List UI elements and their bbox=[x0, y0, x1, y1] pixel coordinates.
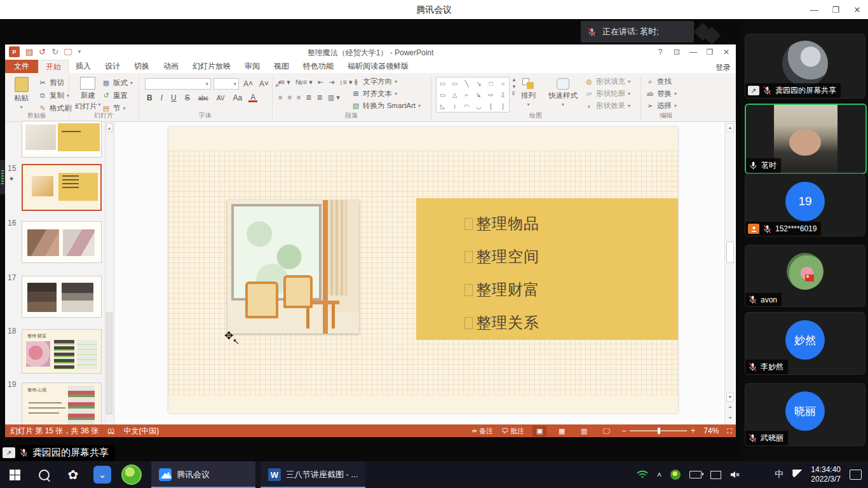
shape-effects-button[interactable]: ◗形状效果▾ bbox=[585, 101, 630, 111]
minimize-button[interactable]: — bbox=[803, 0, 825, 19]
new-slide-button[interactable]: 新建 幻灯片▾ bbox=[75, 77, 101, 111]
reading-view-icon[interactable]: ▥ bbox=[577, 426, 591, 437]
antivirus-tray-icon[interactable] bbox=[670, 470, 681, 480]
shape-fill-button[interactable]: ◍形状填充▾ bbox=[585, 77, 630, 86]
ribbon-display-options-icon[interactable]: ⊡ bbox=[668, 48, 685, 57]
change-case-icon[interactable]: Aa bbox=[231, 93, 244, 102]
tab-review[interactable]: 审阅 bbox=[238, 60, 267, 73]
font-color-icon[interactable]: A bbox=[248, 94, 257, 102]
search-icon[interactable] bbox=[29, 461, 58, 488]
strikethrough-button[interactable]: S bbox=[183, 93, 192, 102]
previous-slide-icon[interactable]: ⏶ bbox=[726, 403, 734, 412]
cut-button[interactable]: ✂剪切 bbox=[38, 78, 72, 88]
tab-file[interactable]: 文件 bbox=[5, 60, 38, 73]
shapes-gallery[interactable]: ▭▭╲↘□○ ▭△⌐↳⇨⇩ ◺≀◠◡{} bbox=[436, 77, 510, 112]
tab-view[interactable]: 视图 bbox=[267, 60, 296, 73]
security-shield-icon[interactable] bbox=[792, 470, 802, 480]
tab-design[interactable]: 设计 bbox=[98, 60, 127, 73]
scrollbar-thumb[interactable] bbox=[726, 241, 734, 263]
browser-app-icon[interactable] bbox=[117, 461, 146, 488]
thumbnail-slide-19[interactable]: 整理-心境 bbox=[22, 383, 102, 428]
layout-button[interactable]: ▦版式▾ bbox=[102, 78, 133, 88]
participant-tile-active[interactable]: 茗时 bbox=[745, 104, 867, 174]
convert-smartart-button[interactable]: ▧转换为 SmartArt▾ bbox=[351, 101, 421, 111]
distributed-icon[interactable]: ≣ bbox=[316, 93, 322, 102]
tab-home[interactable]: 开始 bbox=[38, 60, 69, 73]
paste-button[interactable]: 粘贴▾ bbox=[14, 77, 29, 110]
scroll-down-icon[interactable]: ▼ bbox=[726, 393, 734, 402]
restore-button[interactable]: ❐ bbox=[825, 0, 846, 19]
taskbar-task-meeting[interactable]: 腾讯会议 bbox=[151, 461, 255, 488]
participant-tile[interactable]: avon bbox=[745, 245, 865, 307]
select-button[interactable]: ➢选择▾ bbox=[646, 101, 677, 111]
taskbar-task-word[interactable]: W 三八节讲座截图 - ... bbox=[261, 461, 365, 488]
thumbnail-slide-17[interactable] bbox=[22, 276, 102, 318]
italic-button[interactable]: I bbox=[159, 93, 165, 102]
slide-vertical-scrollbar[interactable]: ▲ ▼ ⏶ ⏷ bbox=[724, 122, 735, 424]
thumbnail-scrollbar[interactable]: ▲ bbox=[105, 122, 113, 424]
tab-slideshow[interactable]: 幻灯片放映 bbox=[186, 60, 238, 73]
display-icon[interactable] bbox=[710, 471, 721, 479]
tab-special-features[interactable]: 特色功能 bbox=[296, 60, 341, 73]
justify-icon[interactable]: ≣ bbox=[306, 93, 311, 102]
line-spacing-icon[interactable]: ↕≡ ▾ bbox=[339, 78, 353, 86]
find-button[interactable]: ⌕查找 bbox=[646, 77, 677, 86]
shrink-font-icon[interactable]: A˅ bbox=[257, 79, 271, 88]
clock[interactable]: 14:34:40 2022/3/7 bbox=[811, 465, 841, 484]
slideshow-view-icon[interactable]: 🖵 bbox=[599, 426, 613, 437]
font-name-combobox[interactable]: ▾ bbox=[145, 78, 211, 90]
increase-indent-icon[interactable]: ⇥ bbox=[329, 78, 334, 86]
comments-icon[interactable]: 🗩 批注 bbox=[501, 426, 524, 436]
thumbnail-scroll-up-icon[interactable]: ▲ bbox=[106, 123, 112, 132]
thumbnail-slide-18[interactable]: 整理·财富 bbox=[22, 329, 102, 374]
copy-button[interactable]: ⧉复制▾ bbox=[38, 91, 72, 100]
battery-icon[interactable] bbox=[689, 471, 702, 478]
slide-room-photo[interactable] bbox=[227, 200, 359, 334]
character-spacing-icon[interactable]: AV bbox=[215, 95, 227, 102]
tab-animations[interactable]: 动画 bbox=[156, 60, 186, 73]
slide-canvas[interactable]: 整理物品 整理空间 整理财富 整理关系 ✥ ↖ bbox=[168, 127, 678, 413]
normal-view-icon[interactable]: ▣ bbox=[532, 426, 546, 437]
ppt-close-button[interactable]: ✕ bbox=[718, 48, 735, 57]
tab-transitions[interactable]: 切换 bbox=[127, 60, 156, 73]
ime-indicator[interactable]: 中 bbox=[775, 469, 783, 480]
volume-muted-icon[interactable] bbox=[730, 470, 740, 479]
start-button[interactable] bbox=[0, 461, 29, 488]
align-left-icon[interactable]: ≡ bbox=[278, 93, 282, 102]
shapes-scroll[interactable]: ▲▼⊽ bbox=[512, 77, 517, 97]
thumbnail-slide-16[interactable] bbox=[22, 221, 102, 263]
reset-button[interactable]: ↺重置 bbox=[102, 91, 133, 100]
shape-outline-button[interactable]: ▱形状轮廓▾ bbox=[585, 89, 630, 98]
text-direction-button[interactable]: ⫵文字方向▾ bbox=[351, 77, 421, 86]
slide-text-box[interactable]: 整理物品 整理空间 整理财富 整理关系 bbox=[416, 198, 678, 340]
tray-expand-icon[interactable]: ˄ bbox=[657, 470, 662, 480]
decrease-indent-icon[interactable]: ⇤ bbox=[318, 78, 323, 86]
zoom-level[interactable]: 74% bbox=[703, 426, 719, 435]
bold-button[interactable]: B bbox=[145, 93, 154, 102]
action-center-icon[interactable] bbox=[850, 470, 862, 480]
ppt-minimize-button[interactable]: — bbox=[685, 48, 702, 57]
participant-tile[interactable]: 晓丽 武晓丽 bbox=[745, 383, 865, 446]
participant-tile[interactable]: 19 152****6019 bbox=[745, 173, 865, 236]
ppt-restore-button[interactable]: ❐ bbox=[702, 48, 718, 57]
sign-in-link[interactable]: 登录 bbox=[715, 62, 731, 73]
thumbnail-slide-14[interactable] bbox=[22, 121, 102, 158]
language-status[interactable]: 中文(中国) bbox=[123, 426, 159, 437]
fit-to-window-icon[interactable]: ⛶ bbox=[727, 427, 732, 435]
participant-tile[interactable]: ↗ 龚园园的屏幕共享 bbox=[745, 34, 865, 98]
thumbnail-slide-15[interactable] bbox=[22, 164, 102, 211]
columns-icon[interactable]: ▥ ▾ bbox=[328, 93, 340, 102]
quick-styles-button[interactable]: 快速样式▾ bbox=[548, 78, 578, 107]
replace-button[interactable]: ab替换▾ bbox=[646, 89, 677, 98]
grow-font-icon[interactable]: A˄ bbox=[241, 79, 255, 88]
subscript-abc-icon[interactable]: abc bbox=[196, 95, 210, 102]
bullets-icon[interactable]: •≡ ▾ bbox=[278, 78, 290, 86]
slide-sorter-view-icon[interactable]: ▦ bbox=[555, 426, 569, 437]
pinwheel-app-icon[interactable]: ✿ bbox=[58, 461, 88, 488]
next-slide-icon[interactable]: ⏷ bbox=[726, 414, 734, 423]
ppt-help-icon[interactable]: ? bbox=[652, 48, 668, 57]
underline-button[interactable]: U bbox=[169, 93, 179, 102]
scroll-up-icon[interactable]: ▲ bbox=[726, 123, 734, 132]
notes-icon[interactable]: ≐ 备注 bbox=[471, 426, 493, 436]
zoom-slider[interactable]: −+ bbox=[621, 426, 695, 435]
